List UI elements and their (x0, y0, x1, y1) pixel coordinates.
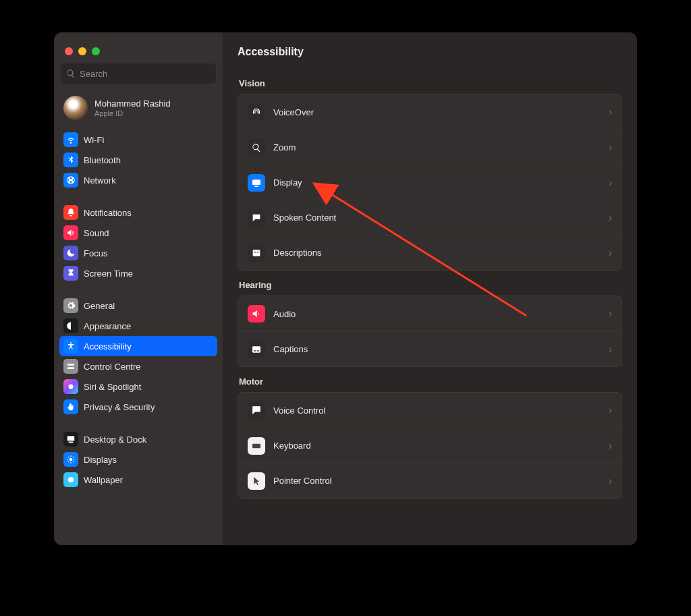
sidebar-item-privacy-security[interactable]: Privacy & Security (59, 397, 217, 417)
voice-control-icon (248, 401, 265, 419)
main-header: Accessibility (223, 32, 637, 65)
row-keyboard[interactable]: Keyboard › (238, 428, 621, 463)
sound-icon (63, 225, 78, 240)
sidebar-item-screen-time[interactable]: Screen Time (59, 263, 217, 283)
sidebar-item-siri-spotlight[interactable]: Siri & Spotlight (59, 376, 217, 397)
row-label: Captions (273, 344, 601, 354)
dock-icon (63, 432, 78, 447)
row-captions[interactable]: Captions › (238, 331, 621, 366)
chevron-right-icon: › (609, 343, 612, 356)
sidebar-item-label: General (84, 301, 115, 311)
network-icon (63, 173, 78, 188)
bell-icon (63, 205, 78, 220)
row-audio[interactable]: Audio › (238, 296, 621, 331)
chevron-right-icon: › (609, 440, 612, 452)
row-label: Keyboard (273, 441, 601, 451)
svg-rect-10 (257, 252, 259, 252)
speech-icon (248, 209, 265, 227)
hearing-panel: Audio › Captions › (238, 296, 622, 367)
sidebar-item-label: Sound (84, 228, 109, 238)
motor-panel: Voice Control › Keyboard › Pointer Contr… (238, 392, 622, 499)
row-spoken-content[interactable]: Spoken Content › (238, 200, 621, 235)
keyboard-icon (248, 437, 265, 455)
row-voiceover[interactable]: VoiceOver › (238, 94, 621, 130)
account-name: Mohammed Rashid (94, 99, 171, 109)
section-title-hearing: Hearing (239, 280, 622, 290)
search-field[interactable] (61, 63, 216, 84)
sidebar-item-focus[interactable]: Focus (59, 243, 217, 263)
account-sub: Apple ID (94, 109, 171, 117)
sidebar-item-label: Control Centre (84, 362, 141, 372)
bluetooth-icon (63, 152, 78, 167)
search-input[interactable] (80, 69, 211, 79)
row-zoom[interactable]: Zoom › (238, 130, 621, 165)
hourglass-icon (63, 266, 78, 281)
search-wrap (54, 63, 223, 89)
row-label: Descriptions (273, 248, 601, 258)
sidebar-item-label: Wallpaper (84, 475, 123, 485)
display-icon (248, 174, 265, 192)
sidebar-item-label: Wi-Fi (84, 135, 104, 145)
sidebar-item-wifi[interactable]: Wi-Fi (59, 130, 217, 150)
svg-point-2 (69, 385, 74, 389)
sidebar-item-bluetooth[interactable]: Bluetooth (59, 150, 217, 170)
svg-rect-11 (252, 346, 260, 352)
sidebar-item-desktop-dock[interactable]: Desktop & Dock (59, 429, 217, 449)
sidebar-item-label: Notifications (84, 208, 132, 218)
chevron-right-icon: › (609, 177, 612, 189)
main-pane: Accessibility Vision VoiceOver › Zoom › … (223, 32, 637, 545)
chevron-right-icon: › (609, 475, 612, 487)
sidebar-item-sound[interactable]: Sound (59, 223, 217, 243)
chevron-right-icon: › (609, 106, 612, 118)
sidebar-item-label: Network (84, 175, 116, 186)
sidebar-item-label: Accessibility (84, 341, 132, 352)
sidebar: Mohammed Rashid Apple ID Wi-Fi Bluetooth… (54, 32, 223, 545)
voiceover-icon (248, 103, 265, 121)
zoom-icon (248, 139, 265, 157)
wallpaper-icon (63, 472, 78, 487)
svg-rect-3 (67, 436, 75, 441)
sidebar-item-displays[interactable]: Displays (59, 449, 217, 470)
page-title: Accessibility (238, 46, 622, 58)
svg-point-5 (70, 458, 73, 461)
row-pointer-control[interactable]: Pointer Control › (238, 463, 621, 498)
sidebar-item-appearance[interactable]: Appearance (59, 316, 217, 336)
maximize-button[interactable] (92, 47, 100, 55)
sidebar-item-label: Privacy & Security (84, 402, 155, 412)
row-voice-control[interactable]: Voice Control › (238, 393, 621, 428)
sidebar-item-general[interactable]: General (59, 296, 217, 316)
chevron-right-icon: › (609, 404, 612, 416)
chevron-right-icon: › (609, 247, 612, 259)
gear-icon (63, 298, 78, 313)
close-button[interactable] (65, 47, 73, 55)
row-label: Audio (273, 309, 601, 319)
section-title-motor: Motor (239, 376, 622, 387)
row-label: Display (273, 177, 601, 188)
row-display[interactable]: Display › (238, 165, 621, 200)
chevron-right-icon: › (609, 142, 612, 154)
moon-icon (63, 246, 78, 260)
nav-group: Desktop & Dock Displays Wallpaper (59, 429, 217, 490)
sidebar-item-label: Screen Time (84, 269, 133, 279)
svg-rect-9 (254, 252, 256, 252)
svg-rect-7 (252, 179, 260, 185)
row-descriptions[interactable]: Descriptions › (238, 235, 621, 270)
nav-group: Notifications Sound Focus Screen Time (59, 202, 217, 283)
sidebar-item-label: Siri & Spotlight (84, 382, 141, 392)
row-label: Pointer Control (273, 476, 601, 486)
account-row[interactable]: Mohammed Rashid Apple ID (54, 89, 223, 130)
nav-group: General Appearance Accessibility Control… (59, 296, 217, 417)
row-label: VoiceOver (273, 107, 601, 117)
chevron-right-icon: › (609, 308, 612, 320)
main-body: Vision VoiceOver › Zoom › Display › (223, 65, 637, 545)
sidebar-nav: Wi-Fi Bluetooth Network Notifications (54, 130, 223, 545)
sidebar-item-network[interactable]: Network (59, 170, 217, 190)
row-label: Spoken Content (273, 213, 601, 223)
sidebar-item-control-centre[interactable]: Control Centre (59, 356, 217, 376)
sidebar-item-wallpaper[interactable]: Wallpaper (59, 470, 217, 490)
avatar (63, 96, 88, 120)
sidebar-item-accessibility[interactable]: Accessibility (59, 336, 217, 356)
minimize-button[interactable] (78, 47, 86, 55)
sidebar-item-notifications[interactable]: Notifications (59, 202, 217, 223)
svg-rect-1 (67, 367, 75, 369)
